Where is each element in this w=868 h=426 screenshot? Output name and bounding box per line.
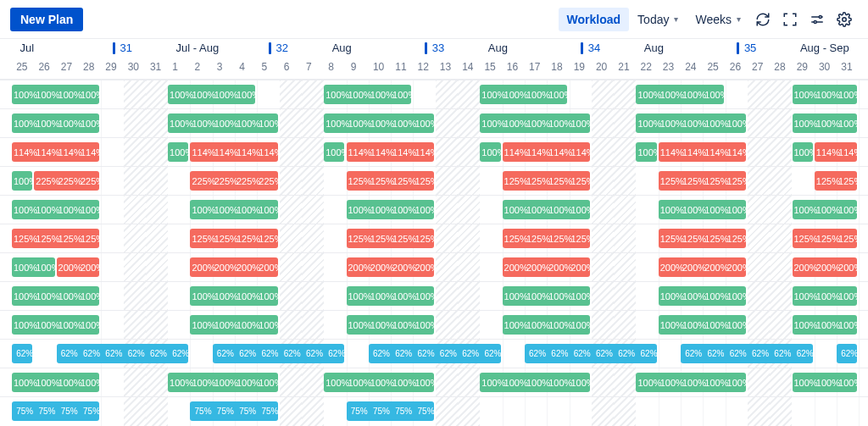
workload-bar[interactable]: 75%75%75%75%: [12, 401, 99, 421]
workload-bar[interactable]: 114%114%114%114%: [190, 142, 277, 162]
workload-bar[interactable]: 200%200%200%200%: [503, 257, 590, 277]
workload-bar[interactable]: 100%100%100%: [793, 200, 858, 219]
day-label: 26: [730, 61, 741, 73]
workload-bar[interactable]: 100%100%100%100%: [347, 315, 434, 335]
workload-bar[interactable]: 200%200%200%200%: [347, 257, 434, 277]
filters-button[interactable]: [804, 6, 831, 33]
workload-bar[interactable]: 75%75%75%75%: [347, 401, 434, 421]
workload-bar[interactable]: 100%100%100%: [793, 315, 858, 335]
workload-bar[interactable]: 100%100%100%: [793, 286, 858, 306]
workload-bar[interactable]: 100%100%100%100%: [659, 286, 746, 306]
workload-bar[interactable]: 100%100%100%100%: [190, 200, 277, 219]
workload-bar[interactable]: 100%100%100%100%: [347, 286, 434, 306]
workload-bar[interactable]: 100%: [324, 142, 344, 162]
workload-bar[interactable]: 100%100%100%100%: [12, 113, 99, 133]
workload-value: 62%: [570, 349, 593, 358]
workload-bar[interactable]: 125%125%125%125%: [659, 229, 746, 248]
workload-bar[interactable]: 62%62%62%62%62%62%: [681, 344, 813, 363]
workload-bar[interactable]: 100%100%100%100%100%: [480, 113, 590, 133]
workload-bar[interactable]: 100%100%100%100%100%: [480, 373, 590, 392]
day-label: 18: [551, 61, 562, 73]
refresh-button[interactable]: [749, 6, 776, 33]
workload-bar[interactable]: 100%100%100%100%: [503, 200, 590, 219]
workload-bar[interactable]: 114%114%114%114%: [659, 142, 746, 162]
workload-bar[interactable]: 62%62%62%62%62%62%: [57, 344, 189, 363]
day-label: 10: [373, 61, 384, 73]
workload-bar[interactable]: 62%62%62%62%62%62%: [213, 344, 345, 363]
workload-bar[interactable]: 225%225%225%225%: [190, 171, 277, 191]
workload-value: 100%: [704, 119, 726, 129]
workload-bar[interactable]: 100%100%100%100%100%: [636, 373, 746, 392]
workload-bar[interactable]: 62%62%62%62%62%62%: [525, 344, 657, 363]
workload-bar[interactable]: 100%100%100%100%: [12, 200, 99, 219]
workload-bar[interactable]: 100%100%100%100%: [324, 85, 411, 104]
workload-bar[interactable]: 100%: [168, 142, 188, 162]
workload-bar[interactable]: 100%100%100%100%: [168, 85, 255, 104]
workload-bar[interactable]: 114%114%114%114%: [12, 142, 99, 162]
workload-bar[interactable]: 100%100%100%: [793, 85, 858, 104]
day-label: 19: [574, 61, 585, 73]
workload-bar[interactable]: 125%125%125%125%: [503, 171, 590, 191]
workload-bar[interactable]: 100%100%100%100%: [659, 200, 746, 219]
workload-bar[interactable]: 114%114%114%114%: [347, 142, 434, 162]
fullscreen-button[interactable]: [776, 6, 804, 33]
workload-bar[interactable]: 100%100%100%100%: [636, 85, 723, 104]
workload-bar[interactable]: 100%100%100%100%: [480, 85, 567, 104]
workload-bar[interactable]: 114%114%: [815, 142, 858, 162]
workload-value: 114%: [58, 147, 81, 158]
workload-bar[interactable]: 62%: [837, 344, 857, 363]
workload-bar[interactable]: 100%: [12, 171, 32, 191]
workload-grid[interactable]: 100%100%100%100%100%100%100%100%100%100%…: [0, 80, 868, 426]
workload-bar[interactable]: 100%: [636, 142, 656, 162]
workload-value: 100%: [58, 205, 81, 215]
workload-bar[interactable]: 100%100%100%100%: [12, 85, 99, 104]
workload-bar[interactable]: 200%200%200%200%: [190, 257, 277, 277]
workload-bar[interactable]: 100%: [480, 142, 500, 162]
workload-bar[interactable]: 125%125%125%: [793, 229, 858, 248]
workload-bar[interactable]: 225%225%225%: [34, 171, 99, 191]
workload-bar[interactable]: 100%100%100%100%: [190, 286, 277, 306]
workload-bar[interactable]: 100%100%100%100%: [503, 286, 590, 306]
workload-bar[interactable]: 125%125%125%125%: [659, 171, 746, 191]
workload-bar[interactable]: 100%100%100%100%: [659, 315, 746, 335]
workload-bar[interactable]: 200%200%: [57, 257, 100, 277]
workload-bar[interactable]: 100%: [793, 142, 813, 162]
workload-bar[interactable]: 100%100%100%100%100%: [636, 113, 746, 133]
workload-bar[interactable]: 62%62%62%62%62%62%: [369, 344, 501, 363]
day-label: 20: [596, 61, 607, 73]
workload-bar[interactable]: 125%125%125%125%: [503, 229, 590, 248]
workload-bar[interactable]: 100%100%100%: [793, 373, 858, 392]
workload-bar[interactable]: 125%125%125%125%: [12, 229, 99, 248]
workload-bar[interactable]: 125%125%: [815, 171, 858, 191]
workload-bar[interactable]: 100%100%100%100%100%: [168, 373, 278, 392]
workload-bar[interactable]: 75%75%75%75%: [190, 401, 277, 421]
workload-bar[interactable]: 100%100%100%100%100%: [168, 113, 278, 133]
workload-bar[interactable]: 100%100%100%100%: [12, 315, 99, 335]
workload-bar[interactable]: 125%125%125%125%: [347, 171, 434, 191]
workload-bar[interactable]: 100%100%100%100%: [12, 373, 99, 392]
workload-bar[interactable]: 200%200%200%: [793, 257, 858, 277]
workload-bar[interactable]: 100%100%: [12, 257, 55, 277]
day-label: 4: [239, 61, 245, 73]
workload-bar[interactable]: 100%100%100%100%: [190, 315, 277, 335]
today-button[interactable]: Today ▾: [629, 8, 687, 31]
scale-button[interactable]: Weeks ▾: [687, 8, 749, 31]
workload-bar[interactable]: 62%: [12, 344, 32, 363]
workload-bar[interactable]: 100%100%100%: [793, 113, 858, 133]
workload-bar[interactable]: 200%200%200%200%: [659, 257, 746, 277]
workload-value: 75%: [81, 407, 99, 416]
workload-bar[interactable]: 100%100%100%100%: [347, 200, 434, 219]
view-workload[interactable]: Workload: [559, 8, 630, 31]
workload-bar[interactable]: 100%100%100%100%100%: [324, 373, 434, 392]
workload-bar[interactable]: 114%114%114%114%: [503, 142, 590, 162]
workload-bar[interactable]: 100%100%100%100%: [503, 315, 590, 335]
workload-value: 100%: [727, 205, 746, 215]
workload-bar[interactable]: 125%125%125%125%: [347, 229, 434, 248]
new-plan-button[interactable]: New Plan: [10, 8, 83, 31]
workload-bar[interactable]: 100%100%100%100%: [12, 286, 99, 306]
settings-button[interactable]: [831, 6, 858, 33]
workload-bar[interactable]: 125%125%125%125%: [190, 229, 277, 248]
workload-value: 100%: [415, 320, 433, 330]
workload-value: 75%: [392, 407, 415, 416]
workload-bar[interactable]: 100%100%100%100%100%: [324, 113, 434, 133]
